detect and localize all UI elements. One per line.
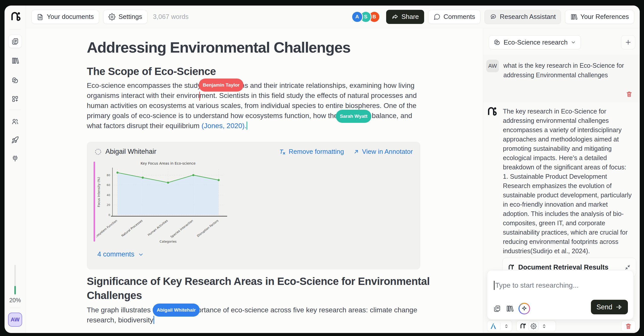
trash-icon bbox=[626, 91, 633, 98]
view-in-annotator-label: View in Annotator bbox=[362, 148, 413, 156]
your-documents-label: Your documents bbox=[47, 13, 94, 21]
sarah-cursor-caret bbox=[247, 122, 247, 130]
thread-selector-label: Eco-Science research bbox=[504, 39, 568, 46]
svg-text:80: 80 bbox=[107, 174, 110, 177]
model-selector-button[interactable] bbox=[487, 320, 512, 332]
paragraph-2: The graph illustrates the critical impor… bbox=[87, 305, 424, 325]
svg-text:Categories: Categories bbox=[159, 240, 176, 243]
research-composer: Type to start researching... bbox=[487, 270, 634, 320]
paragraph-1-text: Eco-science encompasses the study of eco… bbox=[87, 82, 417, 130]
plug-icon bbox=[11, 154, 19, 162]
research-assistant-label: Research Assistant bbox=[500, 13, 556, 21]
clear-thread-button[interactable] bbox=[621, 320, 636, 332]
sidebar-divider bbox=[10, 308, 21, 308]
assistant-logo-icon bbox=[486, 106, 497, 118]
usage-progress-label: 20% bbox=[5, 297, 26, 304]
gear-box bbox=[529, 321, 539, 331]
settings-label: Settings bbox=[118, 13, 142, 21]
comments-toggle[interactable]: 4 comments bbox=[97, 250, 144, 258]
new-thread-button[interactable] bbox=[621, 35, 635, 49]
abigail-cursor-caret bbox=[153, 316, 154, 324]
model-toolbar bbox=[487, 320, 636, 332]
remove-formatting-button[interactable]: Remove formatting bbox=[279, 148, 344, 156]
left-sidebar: 20% AW bbox=[5, 6, 26, 333]
dashed-circle-icon bbox=[94, 148, 102, 156]
usage-progress-fill bbox=[14, 286, 16, 294]
plus-icon bbox=[625, 39, 632, 46]
delete-message-button[interactable] bbox=[626, 91, 633, 98]
retrieval-logo-icon bbox=[508, 264, 514, 271]
attach-documents-button[interactable] bbox=[493, 305, 501, 312]
svg-text:40: 40 bbox=[107, 194, 110, 197]
input-placeholder: Type to start researching... bbox=[495, 281, 579, 289]
model-provider-logo bbox=[490, 322, 497, 330]
paragraph-2-text: The graph illustrates the critical impor… bbox=[87, 306, 417, 324]
sparkle-icon bbox=[521, 305, 528, 312]
up-down-chevron-icon bbox=[503, 323, 509, 329]
send-button[interactable]: Send bbox=[591, 300, 628, 314]
share-icon bbox=[391, 13, 398, 20]
top-toolbar: Your documents Settings 3,067 words A S … bbox=[26, 6, 640, 28]
usage-progress bbox=[14, 265, 16, 294]
sidebar-item-integrations[interactable] bbox=[8, 151, 22, 165]
up-down-chevron-icon bbox=[541, 323, 547, 329]
remove-formatting-icon bbox=[279, 148, 286, 155]
svg-text:Ecosystem Function: Ecosystem Function bbox=[96, 219, 118, 239]
library-icon bbox=[11, 57, 19, 64]
chart-figure: 020406080Ecosystem FunctionNatural Proce… bbox=[96, 161, 228, 245]
collab-cursor-sarah: Sarah Wyatt bbox=[336, 110, 371, 123]
input-caret bbox=[494, 281, 495, 290]
chevron-down-icon bbox=[138, 251, 144, 257]
document-editor[interactable]: Addressing Environmental Challenges The … bbox=[26, 28, 483, 333]
your-references-button[interactable]: Your References bbox=[565, 10, 634, 24]
research-chat-icon bbox=[490, 13, 497, 20]
arrow-up-right-icon bbox=[353, 148, 359, 155]
sidebar-item-upgrade[interactable] bbox=[8, 133, 22, 147]
gear-icon bbox=[531, 323, 537, 329]
svg-text:Natural Processes: Natural Processes bbox=[121, 219, 143, 237]
document-icon bbox=[37, 13, 44, 20]
user-avatar[interactable]: AW bbox=[8, 313, 22, 327]
view-in-annotator-button[interactable]: View in Annotator bbox=[353, 148, 413, 156]
user-message-text: what is the key research in Eco-Science … bbox=[503, 61, 630, 80]
ai-sparkle-button[interactable] bbox=[518, 303, 530, 314]
send-icon bbox=[615, 304, 622, 311]
settings-button[interactable]: Settings bbox=[103, 10, 147, 24]
remove-formatting-label: Remove formatting bbox=[289, 148, 344, 156]
send-label: Send bbox=[596, 303, 612, 311]
collab-cursor-benjamin: Benjamin Taylor bbox=[199, 79, 244, 92]
app-window: 20% AW Your documents Settings 3,067 wor… bbox=[5, 6, 640, 333]
thread-selector[interactable]: Eco-Science research bbox=[489, 35, 581, 49]
line-chart: 020406080Ecosystem FunctionNatural Proce… bbox=[96, 161, 228, 244]
word-count: 3,067 words bbox=[153, 13, 189, 21]
section-heading-scope: The Scope of Eco-Science bbox=[87, 65, 216, 78]
avatar-a[interactable]: A bbox=[351, 11, 363, 23]
share-button[interactable]: Share bbox=[386, 10, 424, 24]
sidebar-item-apps[interactable] bbox=[8, 92, 22, 106]
your-documents-button[interactable]: Your documents bbox=[31, 10, 99, 24]
agent-settings-button[interactable] bbox=[516, 320, 556, 332]
comments-button[interactable]: Comments bbox=[428, 10, 480, 24]
rocket-icon bbox=[11, 136, 19, 144]
svg-text:Human Activities: Human Activities bbox=[147, 219, 169, 237]
research-input[interactable]: Type to start researching... bbox=[494, 281, 579, 290]
svg-text:60: 60 bbox=[107, 183, 110, 187]
embed-author: Abigail Whitehair bbox=[105, 148, 156, 156]
chat-bubbles-icon bbox=[11, 77, 19, 84]
books-icon bbox=[506, 305, 513, 312]
citation-link[interactable]: (Jones, 2020). bbox=[202, 122, 247, 130]
documents-icon bbox=[493, 305, 501, 312]
section-heading-significance: Significance of Key Research Areas in Ec… bbox=[87, 274, 444, 303]
comments-toggle-label: 4 comments bbox=[97, 250, 134, 258]
research-assistant-button[interactable]: Research Assistant bbox=[485, 10, 561, 24]
sidebar-item-chats[interactable] bbox=[8, 73, 22, 87]
attach-references-button[interactable] bbox=[506, 305, 513, 312]
grid-plus-icon bbox=[11, 95, 19, 103]
sidebar-item-library[interactable] bbox=[8, 54, 22, 67]
research-assistant-panel: Eco-Science research AW what is the key … bbox=[483, 28, 640, 333]
sidebar-divider bbox=[10, 29, 21, 29]
comment-bubble-icon bbox=[433, 13, 440, 20]
sidebar-item-team[interactable] bbox=[8, 115, 22, 128]
sidebar-item-documents[interactable] bbox=[8, 34, 22, 48]
comments-label: Comments bbox=[444, 13, 475, 21]
